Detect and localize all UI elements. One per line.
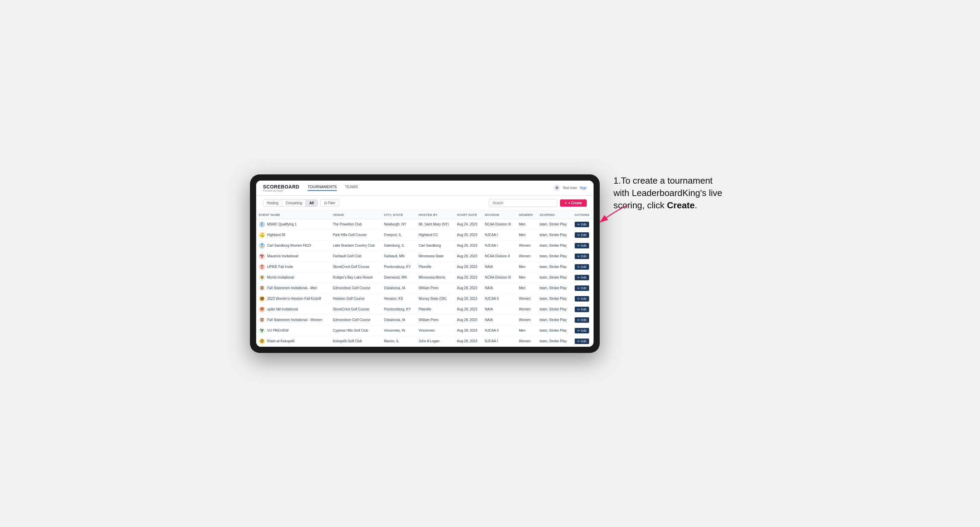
cell-event-name: 🦊 Morris Invitational [256, 272, 330, 283]
pencil-icon: ✏ [578, 318, 580, 322]
nav-tab-teams[interactable]: TEAMS [345, 185, 358, 191]
edit-button[interactable]: ✏ Edit [575, 264, 589, 270]
cell-venue: Edmundson Golf Course [330, 283, 381, 293]
cell-scoring: team, Stroke Play [537, 314, 572, 325]
edit-button[interactable]: ✏ Edit [575, 307, 589, 312]
cell-city-state: Marion, IL [381, 336, 416, 346]
nav-tab-tournaments[interactable]: TOURNAMENTS [307, 185, 337, 191]
table-header-row: EVENT NAME VENUE CITY, STATE HOSTED BY S… [256, 211, 593, 219]
team-logo: 🦁 [259, 338, 265, 344]
cell-scoring: team, Stroke Play [537, 251, 572, 262]
cell-city-state: Newburgh, NY [381, 219, 416, 230]
table-container: EVENT NAME VENUE CITY, STATE HOSTED BY S… [256, 211, 593, 347]
filter-button[interactable]: ⊟ Filter [320, 199, 339, 206]
team-logo: 🏌 [259, 221, 265, 227]
cell-hosted-by: Minnesota State [416, 251, 454, 262]
cell-city-state: Prestonsburg, KY [381, 262, 416, 272]
search-input[interactable] [488, 199, 557, 207]
cell-venue: StoneCrest Golf Course [330, 304, 381, 314]
cell-event-name: 🦅 VU PREVIEW [256, 325, 330, 336]
cell-start-date: Aug 28, 2023 [454, 272, 482, 283]
tab-hosting[interactable]: Hosting [263, 200, 282, 206]
edit-button[interactable]: ✏ Edit [575, 317, 589, 323]
edit-button[interactable]: ✏ Edit [575, 232, 589, 238]
cell-division: NJCAA II [482, 325, 516, 336]
cell-city-state: Freeport, IL [381, 230, 416, 240]
cell-division: NJCAA I [482, 230, 516, 240]
table-row: 🐻 2023 Women's Hesston Fall Kickoff Hess… [256, 293, 593, 304]
cell-hosted-by: Pikeville [416, 304, 454, 314]
cell-city-state: Faribault, MN [381, 251, 416, 262]
cell-venue: Kokopelli Golf Club [330, 336, 381, 346]
cell-actions: ✏ Edit [572, 283, 593, 293]
cell-actions: ✏ Edit [572, 314, 593, 325]
pencil-icon: ✏ [578, 244, 580, 248]
create-button[interactable]: + + Create [560, 199, 587, 206]
tablet-screen: SCOREBOARD Powered by Clippit TOURNAMENT… [256, 181, 593, 347]
cell-start-date: Aug 24, 2023 [454, 219, 482, 230]
cell-division: NAIA [482, 314, 516, 325]
cell-actions: ✏ Edit [572, 262, 593, 272]
cell-venue: The Powelton Club [330, 219, 381, 230]
edit-button[interactable]: ✏ Edit [575, 328, 589, 333]
pencil-icon: ✏ [578, 329, 580, 332]
edit-button[interactable]: ✏ Edit [575, 296, 589, 302]
sign-button[interactable]: Sign [580, 186, 587, 190]
cell-city-state: Galesburg, IL [381, 240, 416, 251]
cell-hosted-by: Vincennes [416, 325, 454, 336]
cell-hosted-by: William Penn [416, 283, 454, 293]
cell-actions: ✏ Edit [572, 240, 593, 251]
cell-actions: ✏ Edit [572, 230, 593, 240]
cell-start-date: Aug 28, 2023 [454, 283, 482, 293]
cell-venue: Cypress Hills Golf Club [330, 325, 381, 336]
cell-gender: Men [516, 272, 537, 283]
edit-button[interactable]: ✏ Edit [575, 222, 589, 227]
cell-event-name: 🦁 Fall Statesmen Invitational - Women [256, 314, 330, 325]
tab-all[interactable]: All [306, 200, 317, 206]
pencil-icon: ✏ [578, 276, 580, 279]
team-logo: 🦉 [259, 264, 265, 270]
cell-gender: Men [516, 219, 537, 230]
edit-button[interactable]: ✏ Edit [575, 275, 589, 280]
cell-event-name: 🦅 Maverick Invitational [256, 251, 330, 262]
event-name-text: Fall Statesmen Invitational - Men [267, 286, 317, 290]
edit-button[interactable]: ✏ Edit [575, 243, 589, 248]
edit-button[interactable]: ✏ Edit [575, 286, 589, 291]
cell-venue: Ruttger's Bay Lake Resort [330, 272, 381, 283]
table-body: 🏌 MSMC Qualifying 1 The Powelton Club Ne… [256, 219, 593, 346]
cell-scoring: team, Stroke Play [537, 336, 572, 346]
team-logo: 🦁 [259, 317, 265, 323]
cell-gender: Women [516, 336, 537, 346]
team-logo: 🦁 [259, 285, 265, 291]
team-logo: 🏅 [259, 243, 265, 249]
cell-scoring: team, Stroke Play [537, 293, 572, 304]
table-row: 🏅 Carl Sandburg Women FA23 Lake Bracken … [256, 240, 593, 251]
cell-gender: Women [516, 293, 537, 304]
tournaments-table: EVENT NAME VENUE CITY, STATE HOSTED BY S… [256, 211, 593, 347]
cell-city-state: Deerwood, MN [381, 272, 416, 283]
cell-actions: ✏ Edit [572, 272, 593, 283]
tab-competing[interactable]: Competing [282, 200, 306, 206]
cell-division: NAIA [482, 304, 516, 314]
cell-gender: Men [516, 230, 537, 240]
cell-division: NJCAA I [482, 336, 516, 346]
pencil-icon: ✏ [578, 233, 580, 237]
edit-button[interactable]: ✏ Edit [575, 254, 589, 259]
cell-start-date: Aug 28, 2023 [454, 251, 482, 262]
pencil-icon: ✏ [578, 265, 580, 269]
edit-button[interactable]: ✏ Edit [575, 338, 589, 344]
cell-hosted-by: John A Logan [416, 336, 454, 346]
cell-actions: ✏ Edit [572, 336, 593, 346]
cell-division: NJCAA I [482, 240, 516, 251]
cell-hosted-by: Carl Sandburg [416, 240, 454, 251]
cell-gender: Women [516, 314, 537, 325]
table-row: 🦁 Fall Statesmen Invitational - Women Ed… [256, 314, 593, 325]
table-row: 🦁 Klash at Kokopelli Kokopelli Golf Club… [256, 336, 593, 346]
table-row: 🦁 Fall Statesmen Invitational - Men Edmu… [256, 283, 593, 293]
event-name-text: Morris Invitational [267, 276, 294, 279]
event-name-text: 2023 Women's Hesston Fall Kickoff [267, 297, 321, 300]
settings-icon[interactable]: ⚙ [554, 185, 560, 191]
team-logo: ⛳ [259, 232, 265, 238]
annotation-arrow [593, 202, 634, 229]
table-row: 🦅 VU PREVIEW Cypress Hills Golf Club Vin… [256, 325, 593, 336]
